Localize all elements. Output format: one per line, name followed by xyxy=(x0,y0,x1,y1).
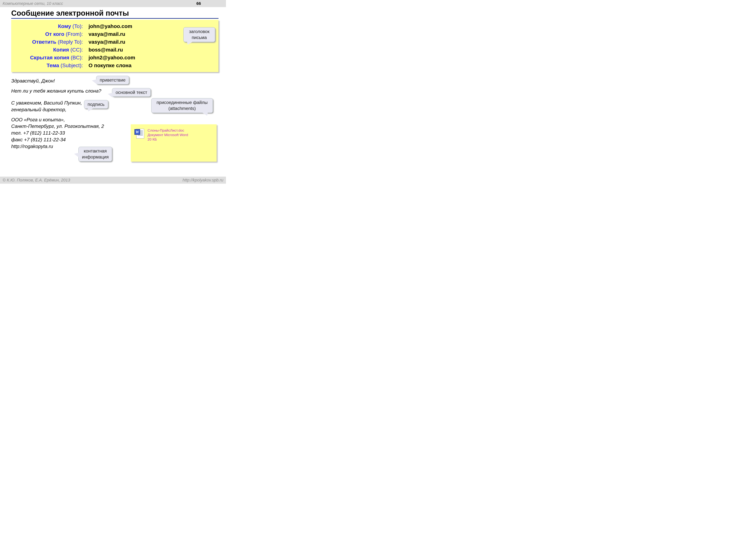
email-header-row: Тема (Subject): О покупке слона xyxy=(16,61,214,70)
body-contact: ООО «Рога и копыта»,Санкт-Петербург, ул.… xyxy=(11,116,116,150)
value-to: john@yahoo.com xyxy=(88,22,132,30)
body-main: Нет ли у тебя желания купить слона? xyxy=(11,88,116,95)
value-subject: О покупке слона xyxy=(88,61,131,70)
label-replyto-ru: Ответить xyxy=(32,39,56,45)
attachment-info: Слоны-ПрайсЛист.doc Документ Microsoft W… xyxy=(148,128,188,158)
callout-contact: контактнаяинформация xyxy=(78,147,112,161)
callout-signature-text: подпись xyxy=(87,102,105,107)
footer-url: http://kpolyakov.spb.ru xyxy=(183,178,224,183)
value-bcc: john2@yahoo.com xyxy=(88,54,135,61)
label-from-ru: От кого xyxy=(45,31,64,37)
label-cc-en: (CC): xyxy=(70,47,83,53)
slide-title: Сообщение электронной почты xyxy=(11,9,218,19)
label-from-en: (From): xyxy=(66,31,83,37)
callout-header-text: заголовокписьма xyxy=(189,29,209,40)
email-body: Здравствуй, Джон! Нет ли у тебя желания … xyxy=(11,78,116,150)
callout-attachments: присоединенные файлы(attachments) xyxy=(151,98,213,113)
page-number: 66 xyxy=(197,1,223,6)
value-replyto: vasya@mail.ru xyxy=(88,38,125,46)
email-header-row: Скрытая копия (BC): john2@yahoo.com xyxy=(16,54,214,61)
label-to-ru: Кому xyxy=(58,23,71,29)
course-title: Компьютерные сети, 10 класс xyxy=(3,1,63,6)
label-to-en: (To): xyxy=(73,23,83,29)
footer-bar: © К.Ю. Поляков, Е.А. Ерёмин, 2013 http:/… xyxy=(0,177,226,184)
value-from: vasya@mail.ru xyxy=(88,30,125,38)
label-replyto-en: (Reply To): xyxy=(58,39,83,45)
attachment-panel: W Слоны-ПрайсЛист.doc Документ Microsoft… xyxy=(131,124,216,162)
label-bcc-ru: Скрытая копия xyxy=(30,55,69,60)
value-cc: boss@mail.ru xyxy=(88,46,123,54)
callout-greeting: приветствие xyxy=(96,76,129,84)
label-subject-ru: Тема xyxy=(47,62,59,68)
header-bar: Компьютерные сети, 10 класс 66 xyxy=(0,0,226,7)
attachment-filename: Слоны-ПрайсЛист.doc xyxy=(148,128,188,133)
attachment-filesize: 20 КБ xyxy=(148,137,188,141)
callout-contact-text: контактнаяинформация xyxy=(82,149,109,159)
label-bcc-en: (BC): xyxy=(71,55,83,60)
label-subject-en: (Subject): xyxy=(60,62,83,68)
email-header-row: Копия (CC): boss@mail.ru xyxy=(16,46,214,54)
callout-greeting-text: приветствие xyxy=(100,77,126,82)
word-file-icon: W xyxy=(134,128,145,139)
callout-header: заголовокписьма xyxy=(183,27,215,42)
callout-attachments-text: присоединенные файлы(attachments) xyxy=(156,100,208,111)
email-header-panel: Кому (To): john@yahoo.com От кого (From)… xyxy=(11,20,218,72)
label-cc-ru: Копия xyxy=(53,47,69,53)
attachment-filetype: Документ Microsoft Word xyxy=(148,133,188,137)
copyright: © К.Ю. Поляков, Е.А. Ерёмин, 2013 xyxy=(3,178,70,183)
callout-body: основной текст xyxy=(112,88,151,97)
callout-signature: подпись xyxy=(84,100,108,109)
callout-body-text: основной текст xyxy=(115,90,147,95)
